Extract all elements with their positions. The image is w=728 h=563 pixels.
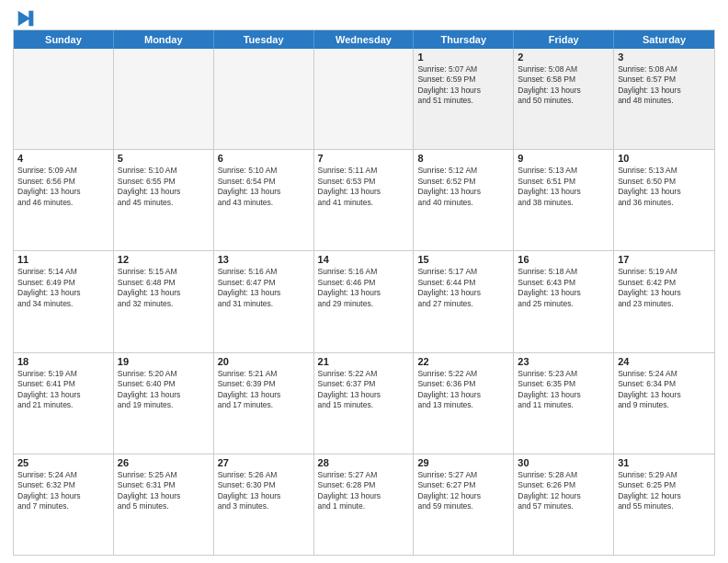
day-info: Sunrise: 5:27 AM Sunset: 6:27 PM Dayligh… [417, 470, 509, 512]
calendar-cell: 26Sunrise: 5:25 AM Sunset: 6:31 PM Dayli… [114, 454, 214, 555]
day-number: 31 [618, 457, 711, 468]
calendar-cell: 5Sunrise: 5:10 AM Sunset: 6:55 PM Daylig… [114, 150, 214, 250]
calendar-cell: 15Sunrise: 5:17 AM Sunset: 6:44 PM Dayli… [414, 251, 514, 351]
calendar-cell: 12Sunrise: 5:15 AM Sunset: 6:48 PM Dayli… [114, 251, 214, 351]
day-number: 3 [618, 52, 711, 63]
calendar-cell: 25Sunrise: 5:24 AM Sunset: 6:32 PM Dayli… [14, 454, 114, 555]
calendar-row: 4Sunrise: 5:09 AM Sunset: 6:56 PM Daylig… [14, 149, 714, 250]
day-number: 21 [318, 356, 410, 367]
calendar-cell: 14Sunrise: 5:16 AM Sunset: 6:46 PM Dayli… [314, 251, 415, 351]
day-number: 27 [218, 457, 310, 468]
calendar-cell [314, 49, 415, 149]
day-number: 4 [17, 153, 109, 164]
day-number: 25 [17, 457, 109, 468]
calendar-cell: 17Sunrise: 5:19 AM Sunset: 6:42 PM Dayli… [614, 251, 714, 351]
page: SundayMondayTuesdayWednesdayThursdayFrid… [0, 0, 728, 563]
calendar-cell: 20Sunrise: 5:21 AM Sunset: 6:39 PM Dayli… [214, 353, 314, 454]
svg-marker-0 [18, 11, 30, 27]
calendar-cell: 8Sunrise: 5:12 AM Sunset: 6:52 PM Daylig… [414, 150, 514, 250]
calendar-cell: 23Sunrise: 5:23 AM Sunset: 6:35 PM Dayli… [514, 353, 614, 454]
day-info: Sunrise: 5:20 AM Sunset: 6:40 PM Dayligh… [118, 369, 210, 411]
calendar-cell: 7Sunrise: 5:11 AM Sunset: 6:53 PM Daylig… [314, 150, 415, 250]
day-info: Sunrise: 5:11 AM Sunset: 6:53 PM Dayligh… [318, 166, 410, 208]
day-number: 7 [318, 153, 410, 164]
day-info: Sunrise: 5:17 AM Sunset: 6:44 PM Dayligh… [417, 267, 509, 309]
calendar-cell: 6Sunrise: 5:10 AM Sunset: 6:54 PM Daylig… [214, 150, 314, 250]
header [13, 9, 715, 24]
day-number: 11 [17, 254, 109, 265]
day-info: Sunrise: 5:18 AM Sunset: 6:43 PM Dayligh… [518, 267, 609, 309]
day-info: Sunrise: 5:13 AM Sunset: 6:51 PM Dayligh… [518, 166, 609, 208]
day-info: Sunrise: 5:25 AM Sunset: 6:31 PM Dayligh… [118, 470, 210, 512]
day-info: Sunrise: 5:21 AM Sunset: 6:39 PM Dayligh… [218, 369, 310, 411]
day-info: Sunrise: 5:13 AM Sunset: 6:50 PM Dayligh… [618, 166, 711, 208]
day-number: 9 [518, 153, 609, 164]
day-number: 17 [618, 254, 711, 265]
calendar-cell: 13Sunrise: 5:16 AM Sunset: 6:47 PM Dayli… [214, 251, 314, 351]
day-info: Sunrise: 5:09 AM Sunset: 6:56 PM Dayligh… [17, 166, 109, 208]
day-number: 6 [218, 153, 310, 164]
calendar-cell: 1Sunrise: 5:07 AM Sunset: 6:59 PM Daylig… [414, 49, 514, 149]
calendar-cell: 24Sunrise: 5:24 AM Sunset: 6:34 PM Dayli… [614, 353, 714, 454]
weekday-header: Saturday [614, 30, 714, 49]
calendar-cell: 31Sunrise: 5:29 AM Sunset: 6:25 PM Dayli… [614, 454, 714, 555]
day-info: Sunrise: 5:23 AM Sunset: 6:35 PM Dayligh… [518, 369, 609, 411]
day-info: Sunrise: 5:19 AM Sunset: 6:41 PM Dayligh… [17, 369, 109, 411]
calendar-cell: 19Sunrise: 5:20 AM Sunset: 6:40 PM Dayli… [114, 353, 214, 454]
calendar: SundayMondayTuesdayWednesdayThursdayFrid… [13, 29, 715, 556]
logo-icon [17, 9, 35, 28]
day-number: 23 [518, 356, 609, 367]
logo [13, 9, 35, 24]
weekday-header: Friday [514, 30, 614, 49]
weekday-header: Thursday [414, 30, 514, 49]
day-number: 24 [618, 356, 711, 367]
calendar-cell: 22Sunrise: 5:22 AM Sunset: 6:36 PM Dayli… [414, 353, 514, 454]
calendar-cell: 28Sunrise: 5:27 AM Sunset: 6:28 PM Dayli… [314, 454, 415, 555]
day-number: 18 [17, 356, 109, 367]
day-number: 29 [417, 457, 509, 468]
day-number: 10 [618, 153, 711, 164]
day-number: 12 [118, 254, 210, 265]
calendar-cell: 3Sunrise: 5:08 AM Sunset: 6:57 PM Daylig… [614, 49, 714, 149]
day-info: Sunrise: 5:19 AM Sunset: 6:42 PM Dayligh… [618, 267, 711, 309]
day-info: Sunrise: 5:27 AM Sunset: 6:28 PM Dayligh… [318, 470, 410, 512]
day-info: Sunrise: 5:28 AM Sunset: 6:26 PM Dayligh… [518, 470, 609, 512]
day-number: 15 [417, 254, 509, 265]
day-number: 20 [218, 356, 310, 367]
day-number: 14 [318, 254, 410, 265]
day-number: 1 [417, 52, 509, 63]
day-info: Sunrise: 5:10 AM Sunset: 6:55 PM Dayligh… [118, 166, 210, 208]
day-info: Sunrise: 5:26 AM Sunset: 6:30 PM Dayligh… [218, 470, 310, 512]
calendar-cell: 18Sunrise: 5:19 AM Sunset: 6:41 PM Dayli… [14, 353, 114, 454]
day-number: 28 [318, 457, 410, 468]
day-info: Sunrise: 5:16 AM Sunset: 6:46 PM Dayligh… [318, 267, 410, 309]
calendar-cell: 27Sunrise: 5:26 AM Sunset: 6:30 PM Dayli… [214, 454, 314, 555]
weekday-header: Tuesday [214, 30, 314, 49]
day-number: 26 [118, 457, 210, 468]
weekday-header: Monday [114, 30, 214, 49]
calendar-cell: 30Sunrise: 5:28 AM Sunset: 6:26 PM Dayli… [514, 454, 614, 555]
calendar-row: 18Sunrise: 5:19 AM Sunset: 6:41 PM Dayli… [14, 352, 714, 454]
day-info: Sunrise: 5:12 AM Sunset: 6:52 PM Dayligh… [417, 166, 509, 208]
day-number: 5 [118, 153, 210, 164]
day-info: Sunrise: 5:24 AM Sunset: 6:34 PM Dayligh… [618, 369, 711, 411]
calendar-cell: 29Sunrise: 5:27 AM Sunset: 6:27 PM Dayli… [414, 454, 514, 555]
calendar-body: 1Sunrise: 5:07 AM Sunset: 6:59 PM Daylig… [14, 49, 714, 555]
calendar-cell: 10Sunrise: 5:13 AM Sunset: 6:50 PM Dayli… [614, 150, 714, 250]
calendar-cell: 16Sunrise: 5:18 AM Sunset: 6:43 PM Dayli… [514, 251, 614, 351]
svg-marker-1 [28, 11, 33, 27]
day-info: Sunrise: 5:22 AM Sunset: 6:37 PM Dayligh… [318, 369, 410, 411]
day-info: Sunrise: 5:07 AM Sunset: 6:59 PM Dayligh… [417, 64, 509, 107]
day-info: Sunrise: 5:24 AM Sunset: 6:32 PM Dayligh… [17, 470, 109, 512]
day-number: 13 [218, 254, 310, 265]
calendar-cell [214, 49, 314, 149]
day-info: Sunrise: 5:08 AM Sunset: 6:58 PM Dayligh… [518, 64, 609, 107]
day-info: Sunrise: 5:08 AM Sunset: 6:57 PM Dayligh… [618, 64, 711, 107]
day-number: 19 [118, 356, 210, 367]
day-number: 8 [417, 153, 509, 164]
calendar-cell [14, 49, 114, 149]
calendar-cell: 2Sunrise: 5:08 AM Sunset: 6:58 PM Daylig… [514, 49, 614, 149]
calendar-row: 11Sunrise: 5:14 AM Sunset: 6:49 PM Dayli… [14, 250, 714, 351]
day-info: Sunrise: 5:15 AM Sunset: 6:48 PM Dayligh… [118, 267, 210, 309]
weekday-header: Sunday [14, 30, 114, 49]
